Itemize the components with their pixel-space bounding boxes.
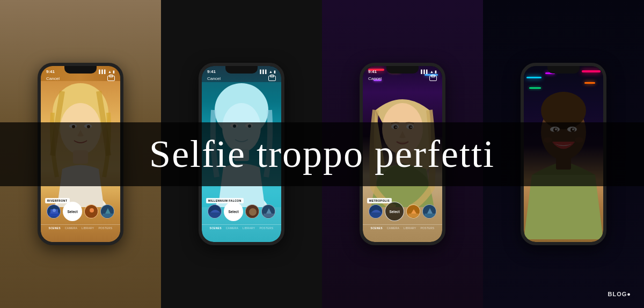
svg-rect-30	[396, 150, 409, 163]
nav-tab-scenes-3[interactable]: SCENES	[371, 226, 383, 230]
phone-notch-3	[386, 66, 419, 74]
svg-rect-28	[264, 214, 274, 217]
face-area-3	[363, 82, 442, 207]
face-area-1	[41, 82, 120, 207]
phone-notch-2	[225, 66, 258, 74]
bottom-carousel-2: Select SCENES CAMERA LIBRARY POSTER	[202, 202, 281, 231]
nav-tab-posters-3[interactable]: POSTERS	[420, 226, 434, 230]
nav-tab-posters-2[interactable]: POSTERS	[259, 226, 273, 230]
person-illustration-3	[363, 82, 442, 207]
nav-tab-library-1[interactable]: LIBRARY	[82, 226, 94, 230]
carousel-thumb-3b[interactable]	[406, 204, 420, 218]
carousel-select-button-2[interactable]: Select	[224, 202, 243, 221]
carousel-thumb-2c[interactable]	[261, 204, 275, 218]
svg-point-52	[544, 137, 552, 143]
status-icons-1: ▌▌▌ ▲ ▮	[99, 70, 115, 74]
battery-icon-1: ▮	[113, 70, 115, 74]
svg-point-1	[60, 103, 101, 155]
phone-frame-2: 9:41 ▌▌▌ ▲ ▮ Cancel	[199, 63, 284, 245]
svg-point-35	[396, 126, 397, 128]
svg-point-36	[411, 126, 412, 128]
carousel-thumb-3c[interactable]	[422, 204, 436, 218]
carousel-thumb-1b[interactable]	[84, 204, 98, 218]
camera-icon-1	[107, 76, 115, 81]
phone-wrapper-1: 9:41 ▌▌▌ ▲ ▮ Cancel	[0, 0, 161, 308]
nav-tabs-1: SCENES CAMERA LIBRARY POSTERS	[41, 224, 120, 231]
phone-wrapper-2: 9:41 ▌▌▌ ▲ ▮ Cancel	[161, 0, 322, 308]
wifi-icon-1: ▲	[108, 70, 112, 74]
battery-icon-3: ▮	[435, 70, 437, 74]
nav-tab-library-2[interactable]: LIBRARY	[243, 226, 255, 230]
bottom-carousel-1: Select SCENES CAMERA LIBRARY POSTER	[41, 202, 120, 231]
nav-tabs-2: SCENES CAMERA LIBRARY POSTERS	[202, 224, 281, 231]
phone-notch-1	[64, 66, 97, 74]
bottom-carousel-3: Select SCENES CAMERA LIBRARY POSTER	[363, 202, 442, 231]
phone-frame-4	[521, 63, 606, 245]
svg-point-5	[72, 125, 75, 128]
carousel-items-2: Select	[208, 202, 275, 221]
top-bar-1: Cancel	[41, 76, 120, 81]
svg-point-10	[53, 209, 56, 212]
svg-rect-40	[408, 214, 419, 217]
phone-screen-4	[524, 66, 603, 242]
carousel-thumb-3a[interactable]	[369, 204, 383, 218]
phone-frame-1: 9:41 ▌▌▌ ▲ ▮ Cancel	[38, 63, 123, 245]
carousel-items-3: Select	[369, 202, 436, 221]
carousel-select-button-1[interactable]: Select	[63, 202, 82, 221]
status-time-2: 9:41	[207, 69, 216, 74]
svg-point-17	[222, 103, 261, 152]
svg-rect-38	[370, 212, 382, 217]
signal-icon-3: ▌▌▌	[421, 70, 429, 74]
nav-tab-scenes-1[interactable]: SCENES	[49, 226, 61, 230]
svg-rect-2	[73, 150, 88, 164]
phone-frame-3: 9:41 ▌▌▌ ▲ ▮ Cancel	[360, 63, 445, 245]
signal-icon-1: ▌▌▌	[99, 70, 107, 74]
phone-wrapper-3: 9:41 ▌▌▌ ▲ ▮ Cancel	[322, 0, 483, 308]
svg-point-13	[90, 208, 94, 212]
svg-point-51	[572, 128, 574, 130]
carousel-thumb-1a[interactable]	[47, 204, 61, 218]
status-time-3: 9:41	[368, 69, 377, 74]
cancel-button-1[interactable]: Cancel	[46, 76, 60, 81]
status-icons-3: ▌▌▌ ▲ ▮	[421, 70, 437, 74]
face-area-4	[524, 76, 603, 242]
select-label-2: Select	[228, 210, 238, 214]
top-bar-2: Cancel	[202, 76, 281, 81]
carousel-thumb-1c[interactable]	[100, 204, 114, 218]
blog-watermark: BLOG●	[608, 291, 631, 297]
nav-tab-scenes-2[interactable]: SCENES	[210, 226, 222, 230]
carousel-thumb-2b[interactable]	[245, 204, 259, 218]
svg-rect-42	[425, 214, 435, 217]
phone-screen-2: 9:41 ▌▌▌ ▲ ▮ Cancel	[202, 66, 281, 242]
select-label-3: Select	[389, 210, 399, 214]
person-illustration-4	[524, 78, 603, 239]
wifi-icon-2: ▲	[269, 70, 273, 74]
nav-tab-camera-3[interactable]: CAMERA	[387, 226, 399, 230]
nav-tab-camera-2[interactable]: CAMERA	[226, 226, 238, 230]
phone-screen-1: 9:41 ▌▌▌ ▲ ▮ Cancel	[41, 66, 120, 242]
select-label-1: Select	[67, 210, 77, 214]
nav-tabs-3: SCENES CAMERA LIBRARY POSTERS	[363, 224, 442, 231]
nav-tab-library-3[interactable]: LIBRARY	[404, 226, 416, 230]
svg-point-22	[248, 124, 251, 128]
nav-tab-posters-1[interactable]: POSTERS	[98, 226, 112, 230]
carousel-select-button-3[interactable]: Select	[385, 202, 404, 221]
svg-point-50	[555, 128, 557, 130]
carousel-items-1: Select	[47, 202, 114, 221]
cancel-button-2[interactable]: Cancel	[207, 76, 221, 81]
carousel-thumb-2a[interactable]	[208, 204, 222, 218]
nav-tab-camera-1[interactable]: CAMERA	[65, 226, 77, 230]
status-time-1: 9:41	[46, 69, 55, 74]
status-icons-2: ▌▌▌ ▲ ▮	[260, 70, 276, 74]
person-illustration-2	[202, 82, 281, 207]
phone-notch-4	[547, 66, 580, 74]
svg-point-26	[249, 208, 257, 216]
svg-rect-18	[234, 149, 249, 161]
svg-point-29	[382, 103, 423, 155]
svg-point-53	[575, 137, 583, 143]
cancel-button-3[interactable]: Cancel	[368, 76, 382, 81]
phones-container: 9:41 ▌▌▌ ▲ ▮ Cancel	[0, 0, 644, 308]
signal-icon-2: ▌▌▌	[260, 70, 268, 74]
svg-point-21	[233, 124, 236, 128]
top-bar-3: Cancel	[363, 76, 442, 81]
